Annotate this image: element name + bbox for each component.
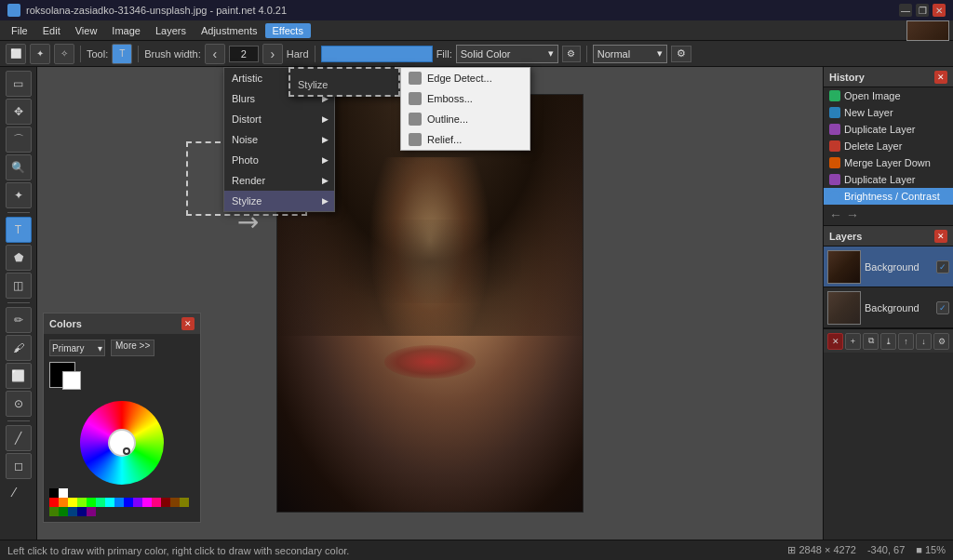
tool-shapes[interactable]: ◻	[6, 453, 32, 479]
tool-pencil[interactable]: ✏	[6, 307, 32, 333]
layer-visibility-bg2[interactable]: ✓	[936, 301, 949, 314]
layer-item-bg2[interactable]: Background ✓	[824, 287, 953, 328]
minimize-button[interactable]: —	[899, 4, 912, 17]
palette-cyan[interactable]	[105, 498, 114, 507]
menu-view[interactable]: View	[68, 23, 105, 38]
brush-width-decrease[interactable]: ‹	[205, 44, 225, 64]
stylize-emboss[interactable]: Emboss...	[401, 88, 530, 109]
tool-magic-button[interactable]: ✧	[54, 44, 74, 64]
palette-darkblue[interactable]	[77, 507, 87, 516]
fill-dropdown[interactable]: Solid Color ▾	[456, 45, 558, 63]
palette-navy[interactable]	[68, 507, 77, 516]
more-colors-button[interactable]: More >>	[111, 340, 154, 356]
history-item-duplayer[interactable]: Duplicate Layer	[824, 121, 953, 138]
menu-image[interactable]: Image	[104, 23, 148, 38]
tool-lasso-button[interactable]: ✦	[30, 44, 50, 64]
palette-purple[interactable]	[87, 507, 96, 516]
tool-text[interactable]: T	[6, 217, 32, 243]
layer-item-bg1[interactable]: Background ✓	[824, 247, 953, 287]
brush-width-increase[interactable]: ›	[262, 44, 283, 64]
menu-edit[interactable]: Edit	[35, 23, 68, 38]
mode-options-button[interactable]: ⚙	[671, 46, 691, 62]
effects-photo[interactable]: Photo	[224, 150, 334, 170]
tool-separator-2	[7, 302, 30, 303]
stylize-outline[interactable]: Outline...	[401, 109, 530, 129]
secondary-color-swatch[interactable]	[62, 371, 81, 390]
tool-rectangle-select[interactable]: ▭	[6, 71, 32, 97]
effects-render[interactable]: Render	[224, 170, 334, 191]
history-item-dellayer[interactable]: Delete Layer	[824, 138, 953, 154]
tool-lasso[interactable]: ⌒	[6, 127, 32, 153]
layers-close-button[interactable]: ✕	[934, 230, 947, 243]
palette-darkgreen[interactable]	[59, 507, 68, 516]
redo-button[interactable]: →	[846, 207, 859, 222]
tool-line[interactable]: ╱	[6, 425, 32, 451]
palette-olive[interactable]	[180, 498, 189, 507]
layer-duplicate-button[interactable]: ⧉	[863, 333, 879, 350]
fill-options-button[interactable]: ⚙	[562, 46, 581, 62]
effects-stylize[interactable]: Stylize	[224, 191, 334, 211]
tool-eraser[interactable]: ⬜	[6, 363, 32, 389]
color-wheel[interactable]	[80, 401, 164, 485]
blend-mode-dropdown[interactable]: Normal ▾	[593, 45, 667, 63]
brush-width-input[interactable]	[229, 46, 259, 62]
palette-orange[interactable]	[59, 498, 68, 507]
palette-maroon[interactable]	[161, 498, 170, 507]
menu-layers[interactable]: Layers	[148, 23, 194, 38]
current-tool-icon[interactable]: T	[112, 44, 132, 64]
palette-white[interactable]	[59, 488, 68, 498]
palette-chartreuse[interactable]	[77, 498, 87, 507]
tool-magic-wand[interactable]: ✦	[6, 182, 32, 208]
effects-distort[interactable]: Distort	[224, 109, 334, 129]
palette-springgreen[interactable]	[96, 498, 105, 507]
history-item-mergelayer[interactable]: Merge Layer Down	[824, 154, 953, 171]
palette-green[interactable]	[87, 498, 96, 507]
palette-violet[interactable]	[133, 498, 142, 507]
tool-brush[interactable]: 🖌	[6, 335, 32, 361]
tool-paintbucket[interactable]: ⬟	[6, 245, 32, 271]
tool-select-button[interactable]: ⬜	[6, 44, 26, 64]
palette-magenta[interactable]	[142, 498, 152, 507]
palette-rose[interactable]	[152, 498, 161, 507]
tool-clone[interactable]: ⊙	[6, 391, 32, 417]
window-controls[interactable]: — ❐ ✕	[899, 4, 946, 17]
palette-yellow[interactable]	[68, 498, 77, 507]
stylize-edge-detect[interactable]: Edge Detect...	[401, 68, 530, 88]
layer-delete-button[interactable]: ✕	[827, 333, 843, 350]
history-item-duplayer2[interactable]: Duplicate Layer	[824, 171, 953, 188]
tool-gradient[interactable]: ◫	[6, 273, 32, 299]
palette-row-colors	[49, 498, 189, 516]
palette-darkolive[interactable]	[49, 507, 59, 516]
layer-name-bg1: Background	[865, 261, 933, 273]
layer-up-button[interactable]: ↑	[898, 333, 914, 350]
palette-blue[interactable]	[124, 498, 133, 507]
layer-properties-button[interactable]: ⚙	[933, 333, 949, 350]
maximize-button[interactable]: ❐	[916, 4, 929, 17]
history-item-open[interactable]: Open Image	[824, 87, 953, 104]
menu-file[interactable]: File	[4, 23, 35, 38]
stylize-relief[interactable]: Relief...	[401, 129, 530, 150]
layer-down-button[interactable]: ↓	[916, 333, 932, 350]
undo-button[interactable]: ←	[829, 207, 842, 222]
palette-brown[interactable]	[170, 498, 180, 507]
history-close-button[interactable]: ✕	[934, 71, 947, 84]
tool-move[interactable]: ✥	[6, 99, 32, 125]
layer-visibility-bg1[interactable]: ✓	[936, 260, 949, 273]
close-button[interactable]: ✕	[933, 4, 946, 17]
palette-azure[interactable]	[114, 498, 124, 507]
effects-noise[interactable]: Noise	[224, 129, 334, 150]
layer-add-button[interactable]: +	[845, 333, 861, 350]
palette-red[interactable]	[49, 498, 59, 507]
color-wheel-selector[interactable]	[123, 447, 130, 455]
history-item-newlayer[interactable]: New Layer	[824, 104, 953, 121]
colors-close-button[interactable]: ✕	[181, 317, 195, 330]
layer-merge-button[interactable]: ⤓	[880, 333, 896, 350]
primary-secondary-dropdown[interactable]: Primary ▾	[49, 340, 105, 356]
layers-header: Layers ✕	[824, 226, 953, 247]
history-item-brightness[interactable]: Brightness / Contrast	[824, 188, 953, 205]
menu-adjustments[interactable]: Adjustments	[194, 23, 265, 38]
tool-zoom[interactable]: 🔍	[6, 154, 32, 180]
palette-black[interactable]	[49, 488, 59, 498]
color-wheel-wrapper[interactable]	[80, 401, 164, 485]
menu-effects[interactable]: Effects	[265, 23, 311, 38]
